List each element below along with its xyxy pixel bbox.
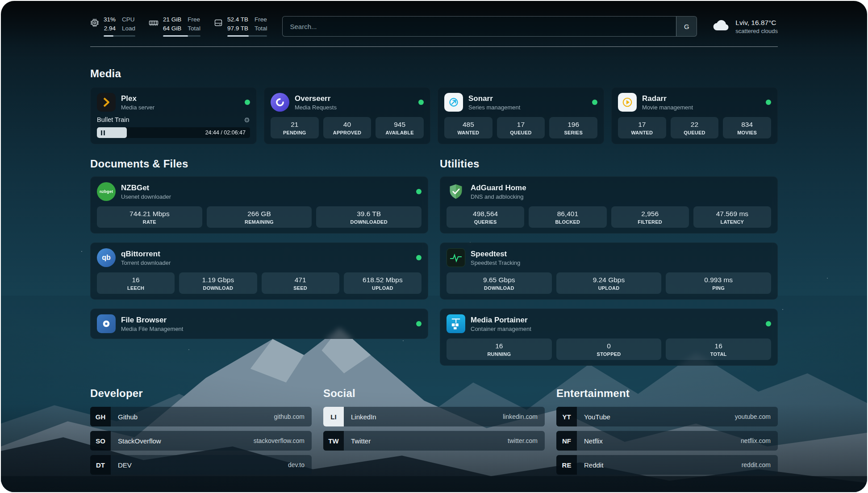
app-card-portainer[interactable]: Media Portainer Container management 16 …: [440, 309, 778, 366]
stat-downloaded: 39.6 TB DOWNLOADED: [316, 206, 421, 228]
app-name: File Browser: [121, 316, 411, 325]
bookmark-github[interactable]: GH Github github.com: [90, 407, 312, 426]
utilities-column: Utilities AdGuard Home DNS and adblockin…: [440, 158, 778, 375]
stat-upload: 9.24 Gbps UPLOAD: [556, 272, 662, 294]
bookmark-url: netflix.com: [741, 437, 778, 444]
bookmark-name: Github: [111, 413, 138, 421]
cpu-widget: 31% 2.94 CPU Load: [90, 16, 135, 36]
app-name: Sonarr: [468, 94, 587, 103]
bookmark-linkedin[interactable]: LI LinkedIn linkedin.com: [323, 407, 545, 426]
memory-total-label: Total: [188, 25, 200, 32]
disk-widget: 52.4 TB 97.9 TB Free Total: [214, 16, 267, 36]
app-card-overseerr[interactable]: Overseerr Media Requests 21 PENDING 40 A…: [264, 87, 430, 144]
now-playing-row: Bullet Train ⚙: [97, 116, 250, 123]
adguard-icon: [447, 182, 465, 201]
bookmark-url: twitter.com: [508, 437, 545, 444]
bookmark-twitter[interactable]: TW Twitter twitter.com: [323, 431, 545, 451]
bookmark-name: StackOverflow: [111, 437, 161, 445]
filebrowser-icon: [97, 314, 116, 333]
bookmark-name: Twitter: [344, 437, 371, 445]
app-card-qbittorrent[interactable]: qb qBittorrent Torrent downloader 16 LEE…: [90, 242, 428, 300]
status-dot: [766, 100, 771, 105]
stat-stopped: 0 STOPPED: [556, 338, 662, 360]
search-engine-button[interactable]: G: [676, 17, 697, 36]
media-card-grid: Plex Media server Bullet Train ⚙ 24:44 /…: [90, 87, 778, 144]
app-card-sonarr[interactable]: Sonarr Series management 485 WANTED 17 Q…: [438, 87, 604, 144]
bookmark-url: reddit.com: [742, 461, 778, 468]
qbittorrent-icon: qb: [97, 248, 116, 267]
weather-location: Lviv, 16.87°C: [735, 19, 778, 27]
cpu-icon: [90, 18, 99, 29]
section-title-entertainment: Entertainment: [556, 387, 778, 400]
app-name: Speedtest: [471, 250, 771, 259]
stat-upload: 618.52 Mbps UPLOAD: [344, 272, 421, 294]
cpu-usage-value: 31%: [104, 16, 116, 23]
weather-widget: Lviv, 16.87°C scattered clouds: [712, 19, 778, 34]
bookmark-stackoverflow[interactable]: SO StackOverflow stackoverflow.com: [90, 431, 312, 451]
bookmark-reddit[interactable]: RE Reddit reddit.com: [556, 455, 778, 475]
stat-series: 196 SERIES: [549, 117, 597, 138]
bookmark-youtube[interactable]: YT YouTube youtube.com: [556, 407, 778, 426]
app-card-plex[interactable]: Plex Media server Bullet Train ⚙ 24:44 /…: [90, 87, 257, 144]
memory-progress-bar: [163, 35, 200, 37]
playback-time: 24:44 / 02:06:47: [205, 130, 246, 136]
cpu-load-value: 2.94: [104, 25, 116, 32]
section-title-media: Media: [90, 67, 778, 80]
status-dot: [416, 189, 421, 194]
reddit-icon: RE: [556, 455, 577, 475]
app-desc: Media server: [121, 104, 239, 111]
app-desc: Speedtest Tracking: [471, 259, 771, 266]
app-name: AdGuard Home: [471, 184, 771, 192]
dev-icon: DT: [90, 455, 111, 475]
bookmark-url: dev.to: [288, 461, 312, 468]
app-card-adguard[interactable]: AdGuard Home DNS and adblocking 498,564 …: [440, 176, 778, 234]
app-card-filebrowser[interactable]: File Browser Media File Management: [90, 309, 428, 339]
pause-icon[interactable]: [97, 130, 105, 135]
youtube-icon: YT: [556, 407, 577, 426]
status-dot: [416, 321, 421, 326]
memory-free-label: Free: [188, 16, 200, 23]
cpu-progress-bar: [104, 35, 135, 37]
app-desc: Container management: [471, 326, 760, 332]
bookmark-name: Netflix: [577, 437, 603, 445]
stat-total: 16 TOTAL: [666, 338, 771, 360]
twitter-icon: TW: [323, 431, 344, 451]
stat-queries: 498,564 QUERIES: [447, 206, 524, 228]
stat-download: 9.65 Gbps DOWNLOAD: [447, 272, 552, 294]
playback-row: 24:44 / 02:06:47: [97, 127, 250, 138]
stackoverflow-icon: SO: [90, 431, 111, 451]
playback-progress-bar[interactable]: 24:44 / 02:06:47: [97, 127, 250, 138]
disk-icon: [214, 18, 223, 29]
stat-pending: 21 PENDING: [271, 117, 319, 138]
linkedin-icon: LI: [323, 407, 344, 426]
cpu-label: CPU: [122, 16, 135, 23]
dashboard-window: 31% 2.94 CPU Load: [1, 1, 867, 492]
app-card-speedtest[interactable]: Speedtest Speedtest Tracking 9.65 Gbps D…: [440, 242, 778, 300]
cpu-load-label: Load: [122, 25, 135, 32]
stat-blocked: 86,401 BLOCKED: [529, 206, 606, 228]
settings-gear-icon[interactable]: ⚙: [244, 117, 250, 123]
system-widgets: 31% 2.94 CPU Load: [90, 16, 267, 36]
disk-free-value: 52.4 TB: [227, 16, 248, 23]
bookmark-name: DEV: [111, 461, 132, 469]
app-desc: Series management: [468, 104, 587, 111]
app-card-nzbget[interactable]: nzbget NZBGet Usenet downloader 744.21 M…: [90, 176, 428, 234]
sonarr-icon: [444, 93, 463, 112]
stat-available: 945 AVAILABLE: [376, 117, 424, 138]
bookmark-netflix[interactable]: NF Netflix netflix.com: [556, 431, 778, 451]
nzbget-icon: nzbget: [97, 182, 116, 201]
app-name: Media Portainer: [471, 316, 760, 325]
top-bar: 31% 2.94 CPU Load: [90, 16, 778, 37]
app-card-radarr[interactable]: Radarr Movie management 17 WANTED 22 QUE…: [611, 87, 778, 144]
stat-rate: 744.21 Mbps RATE: [97, 206, 202, 228]
search-input[interactable]: [283, 17, 676, 36]
speedtest-icon: [447, 248, 465, 267]
stat-wanted: 17 WANTED: [618, 117, 666, 138]
bookmark-url: youtube.com: [735, 413, 778, 420]
disk-total-value: 97.9 TB: [227, 25, 248, 32]
bookmark-dev[interactable]: DT DEV dev.to: [90, 455, 312, 475]
memory-widget: 21 GiB 64 GiB Free Total: [149, 16, 200, 36]
status-dot: [766, 321, 771, 326]
plex-icon: [97, 93, 116, 112]
developer-column: Developer GH Github github.com SO StackO…: [90, 387, 312, 479]
